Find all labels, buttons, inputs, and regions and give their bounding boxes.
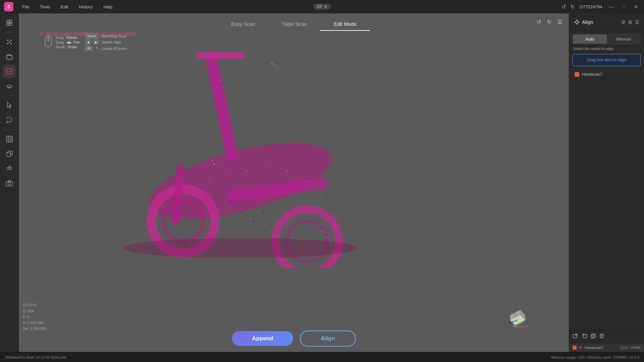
auto-mode-button[interactable]: Auto xyxy=(573,35,607,44)
toolbar-layers-2[interactable] xyxy=(3,162,16,175)
menu-tools[interactable]: Tools xyxy=(38,4,52,10)
titlebar-right: ↺ ↻ D77524794 — □ ✕ xyxy=(561,3,640,10)
viewport-toolbar: ↺ ↻ ☰ xyxy=(535,17,564,26)
svg-point-96 xyxy=(246,207,248,209)
o-stat: O: 304 xyxy=(23,308,47,314)
chevron-down-icon: ▼ xyxy=(324,5,327,9)
svg-rect-2 xyxy=(7,23,9,25)
orientation-cube[interactable]: Bottom Y X Z xyxy=(498,302,529,332)
menu-edit[interactable]: Edit xyxy=(59,4,70,10)
redo-button[interactable]: ↻ xyxy=(546,17,553,26)
svg-point-44 xyxy=(186,190,187,192)
mouse-icon xyxy=(42,35,54,50)
degree-badge[interactable]: 33° ▼ xyxy=(313,4,331,10)
maximize-button[interactable]: □ xyxy=(621,3,627,10)
drag-hint-box[interactable]: Drag one item to align xyxy=(573,54,641,66)
tab-table-scan[interactable]: Table Scan xyxy=(269,18,320,31)
scan-item-handscan7[interactable]: Handscan7 xyxy=(573,71,641,78)
close-button[interactable]: ✕ xyxy=(632,3,640,10)
svg-point-83 xyxy=(203,233,204,235)
export-left-button[interactable] xyxy=(573,333,579,340)
titlebar: 3 File Tools Edit History Help 33° ▼ ↺ ↻… xyxy=(0,0,644,13)
svg-rect-127 xyxy=(591,335,594,338)
obj-stats-label: 1528 / 445MB xyxy=(620,346,641,350)
svg-point-86 xyxy=(293,234,294,235)
sync-icon[interactable]: ↻ xyxy=(571,4,575,10)
svg-point-82 xyxy=(198,237,199,239)
append-button[interactable]: Append xyxy=(232,331,293,346)
toolbar-select[interactable] xyxy=(3,99,16,112)
svg-point-5 xyxy=(10,40,12,41)
toolbar-lasso[interactable] xyxy=(3,113,16,127)
svg-point-94 xyxy=(333,218,335,220)
export-right-button[interactable] xyxy=(581,333,587,340)
visibility-toggle[interactable]: 👁 xyxy=(579,345,583,350)
menu-history[interactable]: History xyxy=(77,4,95,10)
svg-point-46 xyxy=(209,180,211,182)
align-button[interactable]: Align xyxy=(300,330,356,347)
fps-counter: 0.0 FPS xyxy=(23,302,47,308)
svg-point-22 xyxy=(8,182,11,185)
menu-dots-button[interactable]: ☰ xyxy=(556,17,564,26)
toolbar-3d-view[interactable] xyxy=(3,50,16,63)
svg-point-68 xyxy=(223,73,224,74)
left-toolbar xyxy=(0,13,19,352)
mode-toggle: Auto Manual xyxy=(573,34,641,44)
svg-point-67 xyxy=(219,80,221,81)
svg-point-76 xyxy=(151,231,152,232)
kbd-hint-rotate: DragRotate Drag◀▶Pan ScrollScale SpaceSt… xyxy=(42,34,127,51)
svg-rect-128 xyxy=(592,334,595,337)
svg-point-62 xyxy=(321,230,323,232)
main-layout: Easy Scan Table Scan Edit Mode ⊘ Not con… xyxy=(0,13,644,352)
undo-button[interactable]: ↺ xyxy=(535,17,542,26)
toolbar-points[interactable] xyxy=(3,35,16,49)
svg-point-70 xyxy=(231,61,232,63)
svg-rect-3 xyxy=(10,23,12,25)
toolbar-divider-3 xyxy=(4,129,15,130)
panel-menu-icon[interactable]: ☰ xyxy=(635,19,639,25)
viewport[interactable]: Easy Scan Table Scan Edit Mode ⊘ Not con… xyxy=(19,13,569,352)
menu-help[interactable]: Help xyxy=(101,4,114,10)
toolbar-home[interactable] xyxy=(3,16,16,29)
toolbar-grid[interactable] xyxy=(3,132,16,146)
toolbar-layers[interactable] xyxy=(3,79,16,93)
svg-point-41 xyxy=(161,227,162,229)
svg-point-75 xyxy=(145,224,147,226)
scooter-3d-model[interactable] xyxy=(113,40,368,268)
svg-point-45 xyxy=(199,184,201,185)
svg-point-4 xyxy=(7,40,8,41)
svg-point-7 xyxy=(10,43,12,44)
panel-expand-icon[interactable]: ⊞ xyxy=(628,19,632,25)
tab-easy-scan[interactable]: Easy Scan xyxy=(218,18,269,31)
object-row-handscan7[interactable]: 👁 Handscan7 1528 / 445MB xyxy=(569,343,644,352)
scan-list: Handscan7 xyxy=(569,68,644,81)
svg-point-40 xyxy=(152,222,154,224)
svg-point-66 xyxy=(216,86,217,88)
copy-button[interactable] xyxy=(590,333,596,340)
svg-point-8 xyxy=(9,41,10,43)
toolbar-cube[interactable] xyxy=(3,147,16,161)
minimize-button[interactable]: — xyxy=(607,3,616,10)
tab-edit-mode[interactable]: Edit Mode xyxy=(320,18,370,31)
toolbar-divider-2 xyxy=(4,96,15,96)
panel-settings-icon[interactable]: ⚙ xyxy=(621,19,626,25)
svg-point-39 xyxy=(167,199,169,200)
svg-point-99 xyxy=(253,220,255,223)
svg-rect-11 xyxy=(6,136,12,142)
svg-point-98 xyxy=(279,214,281,216)
svg-point-59 xyxy=(330,204,331,205)
svg-text:Z: Z xyxy=(514,313,516,316)
align-panel-title: Align xyxy=(582,19,593,25)
refresh-icon[interactable]: ↺ xyxy=(561,4,566,10)
svg-rect-18 xyxy=(7,167,12,168)
svg-point-38 xyxy=(155,214,157,216)
delete-button[interactable] xyxy=(599,333,605,340)
v-stat: V: 1,584,405 xyxy=(23,320,47,326)
statusbar-left: 3DMakerPro Mole 14:12:04 Select All xyxy=(5,355,66,359)
toolbar-camera[interactable] xyxy=(3,177,16,190)
toolbar-scan-active[interactable] xyxy=(3,65,16,78)
svg-point-52 xyxy=(266,167,268,169)
svg-point-48 xyxy=(226,174,228,175)
manual-mode-button[interactable]: Manual xyxy=(607,35,641,44)
menu-file[interactable]: File xyxy=(20,4,31,10)
